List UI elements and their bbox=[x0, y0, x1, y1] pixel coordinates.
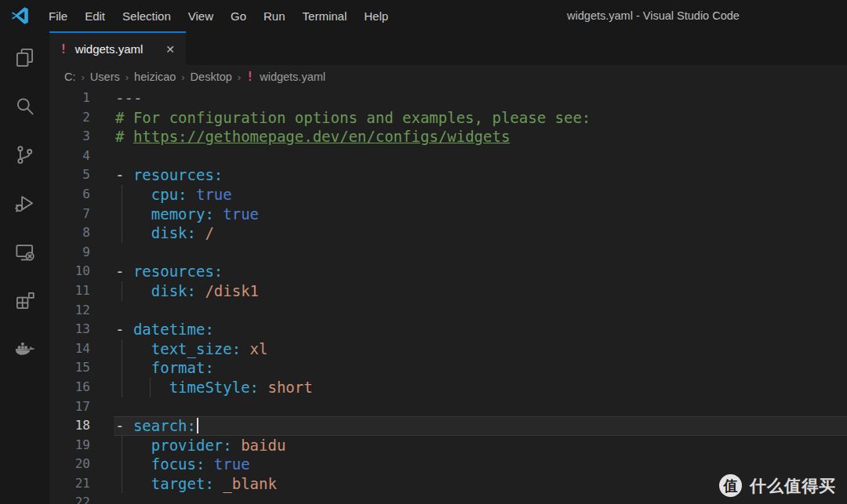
explorer-icon[interactable] bbox=[6, 38, 44, 76]
chevron-right-icon: › bbox=[238, 71, 241, 83]
code-token bbox=[115, 186, 151, 203]
code-line-text[interactable]: cpu: true bbox=[90, 185, 847, 205]
code-token bbox=[241, 340, 249, 357]
code-line[interactable]: 22 bbox=[49, 493, 847, 504]
line-number: 17 bbox=[49, 397, 90, 417]
code-line[interactable]: 8 disk: / bbox=[49, 223, 847, 243]
line-number: 15 bbox=[49, 358, 90, 378]
menu-view[interactable]: View bbox=[180, 5, 222, 27]
line-number: 11 bbox=[49, 281, 90, 301]
search-icon[interactable] bbox=[6, 87, 44, 125]
code-line-text[interactable] bbox=[90, 493, 847, 504]
run-and-debug-icon[interactable] bbox=[6, 184, 44, 222]
code-line[interactable]: 9 bbox=[49, 243, 847, 263]
editor-code-area[interactable]: 1---2# For configuration options and exa… bbox=[49, 89, 847, 504]
window-title: widgets.yaml - Visual Studio Code bbox=[567, 0, 740, 31]
code-line[interactable]: 15 format: bbox=[49, 358, 847, 378]
code-token bbox=[115, 475, 151, 492]
code-line-text[interactable] bbox=[90, 397, 847, 417]
code-line[interactable]: 2# For configuration options and example… bbox=[49, 108, 847, 128]
code-line-text[interactable]: provider: baidu bbox=[90, 436, 847, 455]
code-line[interactable]: 12 bbox=[49, 301, 847, 321]
breadcrumb-item-heizicao[interactable]: heizicao bbox=[134, 71, 176, 83]
code-token: - bbox=[115, 263, 133, 280]
line-number: 19 bbox=[49, 436, 90, 455]
code-line-text[interactable]: disk: / bbox=[90, 223, 847, 243]
code-token bbox=[214, 475, 223, 492]
code-token: memory: bbox=[151, 205, 214, 223]
code-token: format: bbox=[151, 359, 214, 376]
line-number: 2 bbox=[49, 108, 90, 128]
code-line[interactable]: 16 timeStyle: short bbox=[49, 378, 847, 397]
code-line-text[interactable]: target: _blank bbox=[90, 474, 847, 494]
code-line-text[interactable]: - search: bbox=[90, 416, 847, 436]
line-number: 1 bbox=[49, 89, 90, 108]
code-line-text[interactable]: format: bbox=[90, 358, 847, 378]
vscode-window: FileEditSelectionViewGoRunTerminalHelp w… bbox=[0, 0, 847, 504]
code-token: provider: bbox=[151, 437, 232, 454]
code-token bbox=[232, 437, 241, 454]
remote-explorer-icon[interactable] bbox=[6, 233, 44, 270]
code-line-text[interactable]: timeStyle: short bbox=[90, 378, 847, 397]
code-line[interactable]: 3# https://gethomepage.dev/en/configs/wi… bbox=[49, 127, 847, 147]
code-line[interactable]: 1--- bbox=[49, 89, 847, 108]
code-line-text[interactable]: - resources: bbox=[90, 262, 847, 281]
breadcrumb-item-c[interactable]: C: bbox=[64, 71, 76, 83]
code-line-text[interactable]: memory: true bbox=[90, 205, 847, 224]
menu-help[interactable]: Help bbox=[355, 5, 397, 27]
chevron-right-icon: › bbox=[125, 71, 129, 83]
code-line[interactable]: 5- resources: bbox=[49, 165, 847, 185]
menu-run[interactable]: Run bbox=[255, 5, 294, 27]
code-line-text[interactable]: --- bbox=[90, 89, 847, 108]
code-token: /disk1 bbox=[205, 282, 259, 299]
code-line[interactable]: 18- search: bbox=[49, 416, 847, 436]
code-line-text[interactable]: - datetime: bbox=[90, 320, 847, 339]
code-token bbox=[196, 224, 205, 241]
line-number: 7 bbox=[49, 205, 90, 224]
tab-close-icon[interactable]: ✕ bbox=[162, 42, 178, 57]
code-line[interactable]: 11 disk: /disk1 bbox=[49, 281, 847, 301]
code-line-text[interactable]: disk: /disk1 bbox=[90, 281, 847, 301]
line-number: 3 bbox=[49, 127, 90, 147]
current-line-highlight bbox=[114, 416, 847, 436]
code-line[interactable]: 7 memory: true bbox=[49, 205, 847, 224]
code-token: # For configuration options and examples… bbox=[115, 109, 591, 126]
code-line-text[interactable] bbox=[90, 301, 847, 321]
source-control-icon[interactable] bbox=[6, 136, 44, 173]
code-line-text[interactable]: focus: true bbox=[90, 455, 847, 474]
code-line[interactable]: 17 bbox=[49, 397, 847, 417]
code-token bbox=[115, 205, 151, 223]
code-line[interactable]: 20 focus: true bbox=[49, 455, 847, 474]
docker-icon[interactable] bbox=[6, 330, 44, 368]
code-line-text[interactable] bbox=[90, 243, 847, 263]
menu-terminal[interactable]: Terminal bbox=[294, 5, 356, 27]
code-line[interactable]: 4 bbox=[49, 147, 847, 166]
breadcrumb-item-users[interactable]: Users bbox=[90, 71, 120, 83]
code-token: xl bbox=[250, 340, 268, 357]
code-token: resources: bbox=[133, 263, 223, 280]
menu-edit[interactable]: Edit bbox=[76, 5, 114, 27]
code-line[interactable]: 19 provider: baidu bbox=[49, 436, 847, 455]
code-line-text[interactable]: # https://gethomepage.dev/en/configs/wid… bbox=[90, 127, 847, 147]
code-line[interactable]: 6 cpu: true bbox=[49, 185, 847, 205]
breadcrumb-item-file[interactable]: widgets.yaml bbox=[260, 71, 325, 83]
menu-file[interactable]: File bbox=[40, 5, 76, 27]
code-line[interactable]: 21 target: _blank bbox=[49, 474, 847, 494]
extensions-icon[interactable] bbox=[6, 281, 44, 319]
code-line[interactable]: 10- resources: bbox=[49, 262, 847, 281]
code-token bbox=[115, 282, 151, 299]
menu-selection[interactable]: Selection bbox=[114, 5, 180, 27]
code-line-text[interactable]: - resources: bbox=[90, 165, 847, 185]
code-line[interactable]: 13- datetime: bbox=[49, 320, 847, 339]
code-token: https://gethomepage.dev/en/configs/widge… bbox=[133, 128, 510, 145]
code-line-text[interactable]: # For configuration options and examples… bbox=[90, 108, 847, 128]
breadcrumb-item-desktop[interactable]: Desktop bbox=[191, 71, 232, 83]
code-line-text[interactable]: text_size: xl bbox=[90, 339, 847, 359]
code-line-text[interactable] bbox=[90, 147, 847, 166]
code-token bbox=[115, 359, 151, 376]
line-number: 8 bbox=[49, 223, 90, 243]
code-line[interactable]: 14 text_size: xl bbox=[49, 339, 847, 359]
menu-go[interactable]: Go bbox=[222, 5, 255, 27]
tab-widgets-yaml[interactable]: ! widgets.yaml ✕ bbox=[49, 31, 186, 65]
vscode-logo-icon bbox=[10, 5, 31, 26]
